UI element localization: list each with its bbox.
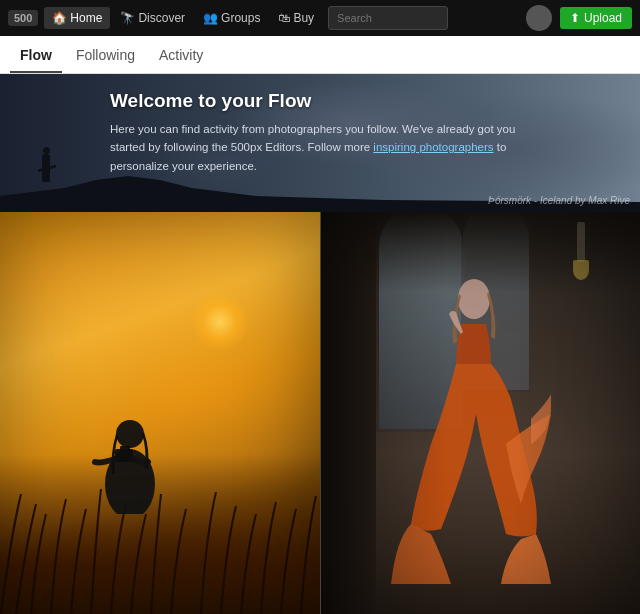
right-vignette (321, 212, 640, 614)
nav-buy-label: Buy (293, 11, 314, 25)
hero-credit: Þórsmörk - Iceland by Max Rive (488, 195, 630, 206)
hero-description: Here you can find activity from photogra… (110, 120, 550, 175)
nav-logo: 500 (8, 10, 38, 26)
nav-item-groups[interactable]: 👥 Groups (195, 7, 268, 29)
buy-icon: 🛍 (278, 11, 290, 25)
navbar: 500 🏠 Home 🔭 Discover 👥 Groups 🛍 Buy ⬆ U… (0, 0, 640, 36)
nav-item-home[interactable]: 🏠 Home (44, 7, 110, 29)
nav-home-label: Home (70, 11, 102, 25)
left-vignette (0, 212, 320, 614)
photo-left[interactable] (0, 212, 320, 614)
tab-flow[interactable]: Flow (10, 39, 62, 73)
photo-right[interactable] (320, 212, 640, 614)
nav-item-buy[interactable]: 🛍 Buy (270, 7, 322, 29)
hero-inspiring-link[interactable]: inspiring photographers (373, 141, 493, 153)
groups-icon: 👥 (203, 11, 218, 25)
upload-label: Upload (584, 11, 622, 25)
nav-item-discover[interactable]: 🔭 Discover (112, 7, 193, 29)
upload-icon: ⬆ (570, 11, 580, 25)
tab-bar: Flow Following Activity (0, 36, 640, 74)
tab-activity[interactable]: Activity (149, 39, 213, 73)
avatar (526, 5, 552, 31)
discover-icon: 🔭 (120, 11, 135, 25)
tab-following[interactable]: Following (66, 39, 145, 73)
search-input[interactable] (328, 6, 448, 30)
hero-title: Welcome to your Flow (110, 90, 550, 112)
home-icon: 🏠 (52, 11, 67, 25)
hero-banner: Welcome to your Flow Here you can find a… (0, 74, 640, 212)
hero-person-head (43, 147, 50, 154)
nav-groups-label: Groups (221, 11, 260, 25)
photo-grid (0, 212, 640, 614)
upload-button[interactable]: ⬆ Upload (560, 7, 632, 29)
hero-text-container: Welcome to your Flow Here you can find a… (110, 90, 550, 175)
nav-discover-label: Discover (138, 11, 185, 25)
